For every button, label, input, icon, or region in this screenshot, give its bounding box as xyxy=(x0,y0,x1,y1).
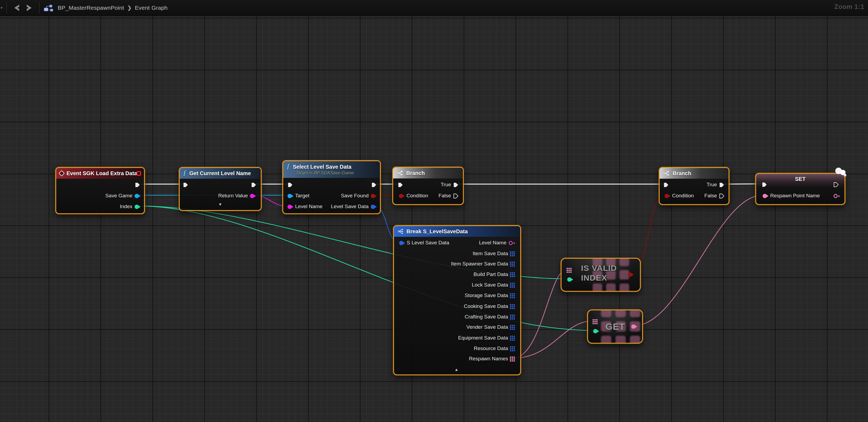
branch-icon xyxy=(663,170,670,176)
is-valid-out-pin[interactable] xyxy=(628,272,632,277)
exec-out-pin[interactable] xyxy=(371,182,377,188)
pin-label: Item Save Data xyxy=(473,251,508,257)
back-arrow-icon xyxy=(13,4,21,11)
storage-save-data-pin[interactable] xyxy=(510,293,515,298)
s-level-save-data-pin[interactable] xyxy=(399,241,403,245)
node-title: Event SGK Load Extra Data xyxy=(66,170,137,177)
level-name-pin[interactable] xyxy=(287,205,292,209)
respawn-names-pin[interactable] xyxy=(510,357,515,362)
return-value-pin[interactable] xyxy=(250,194,254,198)
cooking-save-data-pin[interactable] xyxy=(510,304,515,309)
exec-out-pin[interactable] xyxy=(833,182,839,187)
level-save-data-pin[interactable] xyxy=(371,205,375,209)
node-break-s-levelsavedata[interactable]: Break S_LevelSaveData S Level Save Data … xyxy=(393,225,521,375)
breadcrumb-blueprint[interactable]: BP_MasterRespawnPoint xyxy=(58,5,124,11)
node-get-current-level-name[interactable]: ƒ Get Current Level Name Return Value ▼ xyxy=(179,167,261,211)
index-pin[interactable] xyxy=(134,205,139,209)
event-icon xyxy=(59,170,65,177)
node-title-bar: ƒ Get Current Level Name xyxy=(180,168,261,179)
breadcrumb-separator: ❯ xyxy=(127,5,132,11)
pin-label: Respawn Names xyxy=(469,356,508,362)
exec-out-pin[interactable] xyxy=(251,182,257,188)
pin-label: Lock Save Data xyxy=(472,282,508,288)
true-exec-pin[interactable] xyxy=(453,182,459,188)
node-title: Break S_LevelSaveData xyxy=(406,229,468,235)
resource-data-pin[interactable] xyxy=(510,346,515,352)
crafting-save-data-pin[interactable] xyxy=(510,315,515,320)
node-set-respawn-point-name[interactable]: SET Respawn Point Name xyxy=(755,173,845,205)
pin-label: Condition xyxy=(672,193,694,199)
false-exec-pin[interactable] xyxy=(719,193,725,199)
wire-index-to-get xyxy=(138,206,593,330)
exec-in-pin[interactable] xyxy=(762,182,768,187)
pin-label: Level Name xyxy=(479,240,506,246)
value-out-pin[interactable] xyxy=(834,194,838,198)
pin-label: Target xyxy=(295,193,309,199)
node-title-bar: Event SGK Load Extra Data xyxy=(56,168,144,179)
element-out-pin[interactable] xyxy=(631,324,636,329)
save-game-pin[interactable] xyxy=(134,194,139,198)
breadcrumb-graph[interactable]: Event Graph xyxy=(135,5,167,11)
vender-save-data-pin[interactable] xyxy=(510,325,515,330)
break-struct-icon xyxy=(397,229,404,234)
exec-in-pin[interactable] xyxy=(663,182,669,188)
panel-chevron-icon[interactable]: ▾ xyxy=(1,5,3,10)
item-save-data-pin[interactable] xyxy=(510,251,515,257)
debug-stop-icon[interactable] xyxy=(136,171,141,176)
exec-in-pin[interactable] xyxy=(398,182,403,188)
pin-label: Index xyxy=(120,204,132,210)
pin-label: Crafting Save Data xyxy=(465,314,508,320)
pin-label: S Level Save Data xyxy=(407,240,449,246)
true-exec-pin[interactable] xyxy=(719,182,725,188)
blueprint-graph-icon xyxy=(43,3,54,13)
node-is-valid-index[interactable]: IS VALID INDEX xyxy=(561,258,641,292)
node-branch-1[interactable]: Branch Condition True False xyxy=(392,167,464,205)
node-title-bar: ƒ Select Level Save Data Target is BP SG… xyxy=(283,161,380,178)
pin-label: Condition xyxy=(406,193,428,199)
equipment-save-data-pin[interactable] xyxy=(510,336,515,341)
target-pin[interactable] xyxy=(287,194,292,198)
pin-label: Respawn Point Name xyxy=(770,193,820,199)
comment-bubble-icon[interactable] xyxy=(834,167,848,178)
exec-in-pin[interactable] xyxy=(183,182,189,188)
compact-node-label: IS VALID INDEX xyxy=(581,263,617,283)
target-array-pin[interactable] xyxy=(567,268,572,273)
node-branch-2[interactable]: Branch Condition True False xyxy=(659,167,730,205)
pin-label: Resource Data xyxy=(474,345,508,352)
item-spawner-save-data-pin[interactable] xyxy=(510,262,515,267)
build-part-data-pin[interactable] xyxy=(510,272,515,277)
pin-label: Save Game xyxy=(105,193,132,199)
node-event-sgk-load-extra-data[interactable]: Event SGK Load Extra Data Save Game Inde… xyxy=(55,167,145,214)
exec-in-pin[interactable] xyxy=(287,182,293,188)
node-title: Select Level Save Data xyxy=(293,164,351,170)
pin-label: Item Spawner Save Data xyxy=(451,261,508,267)
back-button[interactable] xyxy=(10,2,23,13)
collapse-up-icon[interactable]: ▲ xyxy=(455,367,459,372)
zoom-level-label: Zoom 1:1 xyxy=(834,3,864,10)
target-array-pin[interactable] xyxy=(593,319,598,324)
respawn-point-name-pin[interactable] xyxy=(763,194,767,198)
exec-out-pin[interactable] xyxy=(135,182,141,188)
pin-label: Storage Save Data xyxy=(465,293,508,298)
false-exec-pin[interactable] xyxy=(453,193,459,199)
node-select-level-save-data[interactable]: ƒ Select Level Save Data Target is BP SG… xyxy=(282,160,381,214)
pin-label: True xyxy=(707,182,717,188)
pin-label: Return Value xyxy=(218,193,248,199)
lock-save-data-pin[interactable] xyxy=(510,283,515,288)
condition-pin[interactable] xyxy=(399,194,403,198)
save-found-pin[interactable] xyxy=(371,194,375,198)
function-icon: ƒ xyxy=(183,169,187,177)
index-in-pin[interactable] xyxy=(567,277,571,282)
node-title: SET xyxy=(756,176,844,182)
pin-label: False xyxy=(705,193,717,199)
node-subtitle: Target is BP SGKSave Game xyxy=(286,170,354,176)
pin-label: True xyxy=(441,182,451,188)
collapse-down-icon[interactable]: ▼ xyxy=(218,202,222,207)
index-in-pin[interactable] xyxy=(593,329,597,333)
forward-button[interactable] xyxy=(23,2,35,13)
node-title: Branch xyxy=(673,170,691,177)
level-name-out-pin[interactable] xyxy=(509,241,513,245)
node-title: Get Current Level Name xyxy=(189,170,251,177)
node-get-array-item[interactable]: GET xyxy=(587,309,643,343)
condition-pin[interactable] xyxy=(664,194,669,198)
